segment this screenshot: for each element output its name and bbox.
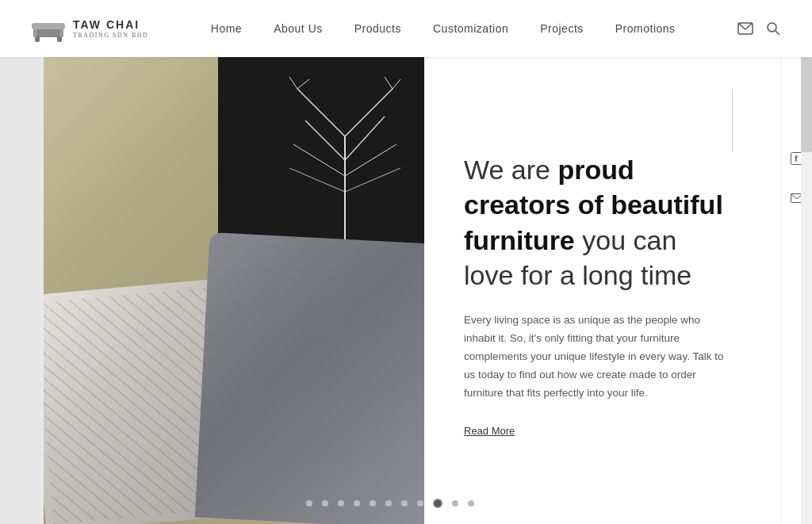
dot-4[interactable] <box>354 500 360 507</box>
nav-projects[interactable]: Projects <box>540 22 584 35</box>
nav-home[interactable]: Home <box>211 22 242 35</box>
hero-image <box>44 57 424 524</box>
pagination <box>0 499 780 508</box>
svg-line-16 <box>289 168 345 192</box>
dot-10[interactable] <box>452 500 458 507</box>
read-more-link[interactable]: Read More <box>464 425 515 437</box>
svg-line-19 <box>297 79 309 89</box>
svg-line-21 <box>393 79 400 89</box>
heading-normal: We are <box>464 155 557 185</box>
svg-line-15 <box>345 144 396 176</box>
nav-promotions[interactable]: Promotions <box>615 22 676 35</box>
header: TAW CHAI TRADING SDN BHD Home About Us P… <box>0 0 812 57</box>
hero-description: Every living space is as unique as the p… <box>464 312 733 403</box>
nav-products[interactable]: Products <box>354 22 401 35</box>
email-icon[interactable] <box>737 22 753 35</box>
hero-content: We are proud creators of beautiful furni… <box>424 57 780 524</box>
main-content: We are proud creators of beautiful furni… <box>0 57 812 524</box>
dot-7[interactable] <box>401 500 408 507</box>
svg-point-7 <box>768 23 776 32</box>
svg-line-11 <box>345 89 393 136</box>
svg-line-14 <box>293 144 345 176</box>
scrollbar-thumb[interactable] <box>801 57 812 152</box>
scrollbar-track <box>801 57 812 524</box>
vertical-divider <box>732 89 733 152</box>
pillow-right <box>195 232 424 524</box>
svg-line-10 <box>297 89 345 136</box>
svg-line-17 <box>345 168 400 192</box>
main-nav: Home About Us Products Customization Pro… <box>211 22 676 35</box>
dot-11[interactable] <box>468 500 474 507</box>
dot-6[interactable] <box>385 500 392 507</box>
dot-9[interactable] <box>433 499 442 508</box>
logo: TAW CHAI TRADING SDN BHD <box>32 12 148 45</box>
dot-5[interactable] <box>370 500 376 507</box>
logo-subtitle: TRADING SDN BHD <box>73 32 148 39</box>
hero-heading: We are proud creators of beautiful furni… <box>464 152 733 293</box>
hero-image-bg <box>44 57 424 524</box>
dot-8[interactable] <box>417 500 423 507</box>
svg-line-13 <box>345 117 385 160</box>
logo-name: TAW CHAI <box>73 18 148 32</box>
nav-about[interactable]: About Us <box>274 22 323 35</box>
nav-icons <box>737 21 780 36</box>
search-icon[interactable] <box>766 21 780 36</box>
left-bar <box>0 57 44 524</box>
svg-line-20 <box>385 77 393 89</box>
dot-1[interactable] <box>306 500 312 507</box>
svg-line-12 <box>305 120 345 160</box>
nav-customization[interactable]: Customization <box>433 22 508 35</box>
logo-text: TAW CHAI TRADING SDN BHD <box>73 18 148 39</box>
svg-text:f: f <box>795 154 798 163</box>
svg-rect-5 <box>32 23 65 29</box>
svg-line-18 <box>289 77 297 89</box>
wall-art-svg <box>282 73 408 247</box>
svg-line-8 <box>776 31 779 35</box>
dot-3[interactable] <box>338 500 344 507</box>
dot-2[interactable] <box>322 500 328 507</box>
logo-icon <box>32 12 65 45</box>
